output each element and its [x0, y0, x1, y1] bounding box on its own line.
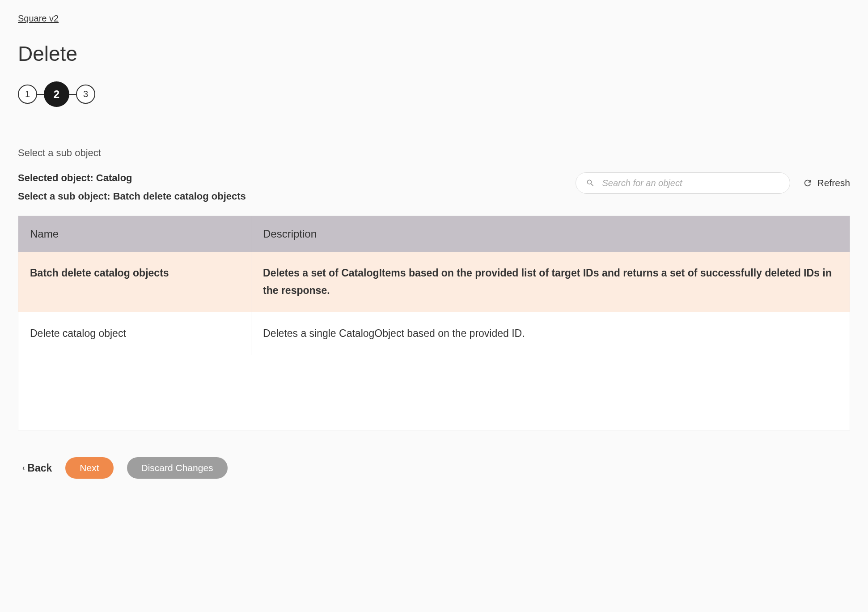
- refresh-button[interactable]: Refresh: [803, 178, 850, 188]
- search-box[interactable]: [576, 172, 790, 194]
- search-input[interactable]: [602, 178, 780, 188]
- selected-object-label: Selected object: Catalog: [18, 172, 246, 184]
- table-cell-description: Deletes a set of CatalogItems based on t…: [251, 252, 850, 312]
- section-label: Select a sub object: [18, 147, 850, 159]
- step-1[interactable]: 1: [18, 85, 37, 104]
- breadcrumb-link[interactable]: Square v2: [18, 13, 59, 24]
- refresh-icon: [803, 178, 813, 188]
- search-icon: [586, 178, 595, 187]
- back-label: Back: [27, 462, 52, 474]
- step-3[interactable]: 3: [76, 85, 95, 104]
- table-cell-name: Batch delete catalog objects: [18, 252, 251, 312]
- step-2[interactable]: 2: [44, 81, 69, 107]
- table-cell-name: Delete catalog object: [18, 312, 251, 355]
- refresh-label: Refresh: [817, 178, 850, 188]
- table-header-description: Description: [251, 216, 850, 252]
- sub-object-table: Name Description Batch delete catalog ob…: [18, 216, 850, 430]
- table-header-name: Name: [18, 216, 251, 252]
- chevron-left-icon: ‹: [22, 464, 25, 472]
- footer-buttons: ‹ Back Next Discard Changes: [18, 457, 850, 479]
- discard-button[interactable]: Discard Changes: [127, 457, 228, 479]
- back-button[interactable]: ‹ Back: [22, 462, 52, 474]
- table-row[interactable]: Delete catalog object Deletes a single C…: [18, 312, 850, 355]
- next-button[interactable]: Next: [65, 457, 113, 479]
- page-title: Delete: [18, 42, 850, 66]
- step-connector: [69, 94, 76, 95]
- stepper: 1 2 3: [18, 81, 850, 107]
- step-connector: [37, 94, 44, 95]
- table-row[interactable]: Batch delete catalog objects Deletes a s…: [18, 252, 850, 312]
- select-sub-object-label: Select a sub object: Batch delete catalo…: [18, 191, 246, 202]
- table-cell-description: Deletes a single CatalogObject based on …: [251, 312, 850, 355]
